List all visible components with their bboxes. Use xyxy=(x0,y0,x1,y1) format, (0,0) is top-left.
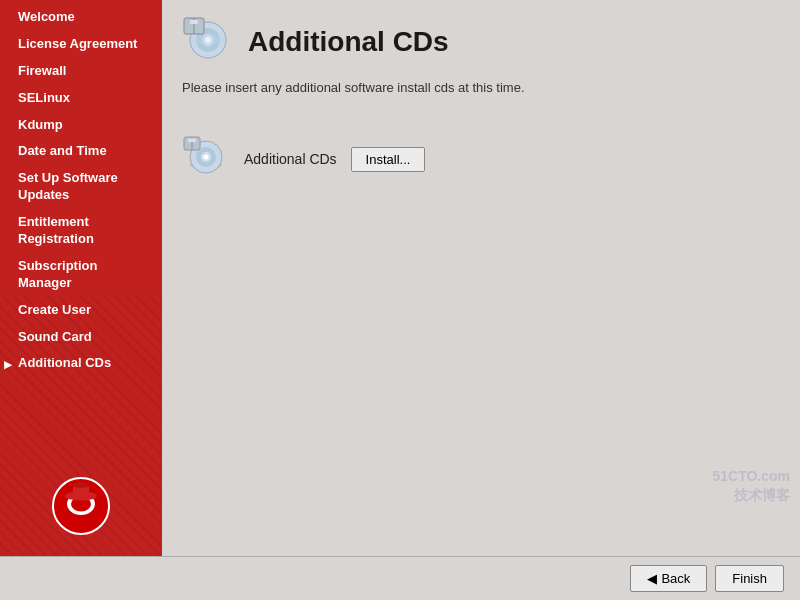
content-description: Please insert any additional software in… xyxy=(162,80,800,115)
svg-point-11 xyxy=(190,35,226,45)
sidebar-item-welcome[interactable]: Welcome xyxy=(0,4,162,31)
sidebar-item-entitlement-registration[interactable]: Entitlement Registration xyxy=(0,209,162,253)
sidebar-item-license-agreement[interactable]: License Agreement xyxy=(0,31,162,58)
sidebar-item-set-up-software-updates[interactable]: Set Up Software Updates xyxy=(0,165,162,209)
content-header: Additional CDs xyxy=(162,0,800,80)
cd-item-row: Additional CDs Install... xyxy=(182,135,780,183)
redhat-logo xyxy=(51,476,111,536)
cd-item-label: Additional CDs xyxy=(244,151,337,167)
content-body: Additional CDs Install... xyxy=(162,115,800,556)
back-button[interactable]: ◀ Back xyxy=(630,565,707,592)
content-area: Additional CDs Please insert any additio… xyxy=(162,0,800,556)
sidebar-item-kdump[interactable]: Kdump xyxy=(0,112,162,139)
sidebar-item-additional-cds[interactable]: Additional CDs xyxy=(0,350,162,377)
cd-item-icon xyxy=(182,135,230,183)
page-title: Additional CDs xyxy=(248,26,449,58)
sidebar-item-subscription-manager[interactable]: Subscription Manager xyxy=(0,253,162,297)
sidebar-item-firewall[interactable]: Firewall xyxy=(0,58,162,85)
sidebar-item-date-and-time[interactable]: Date and Time xyxy=(0,138,162,165)
finish-button[interactable]: Finish xyxy=(715,565,784,592)
svg-point-5 xyxy=(73,482,89,488)
svg-rect-22 xyxy=(188,139,196,143)
install-button[interactable]: Install... xyxy=(351,147,426,172)
svg-point-19 xyxy=(204,155,209,160)
sidebar-item-sound-card[interactable]: Sound Card xyxy=(0,324,162,351)
header-cd-icon xyxy=(182,16,234,68)
bottom-bar: ◀ Back Finish xyxy=(0,556,800,600)
back-arrow-icon: ◀ xyxy=(647,571,657,586)
sidebar-item-selinux[interactable]: SELinux xyxy=(0,85,162,112)
sidebar: WelcomeLicense AgreementFirewallSELinuxK… xyxy=(0,0,162,556)
svg-rect-14 xyxy=(190,20,198,24)
sidebar-item-create-user[interactable]: Create User xyxy=(0,297,162,324)
sidebar-nav: WelcomeLicense AgreementFirewallSELinuxK… xyxy=(0,0,162,377)
